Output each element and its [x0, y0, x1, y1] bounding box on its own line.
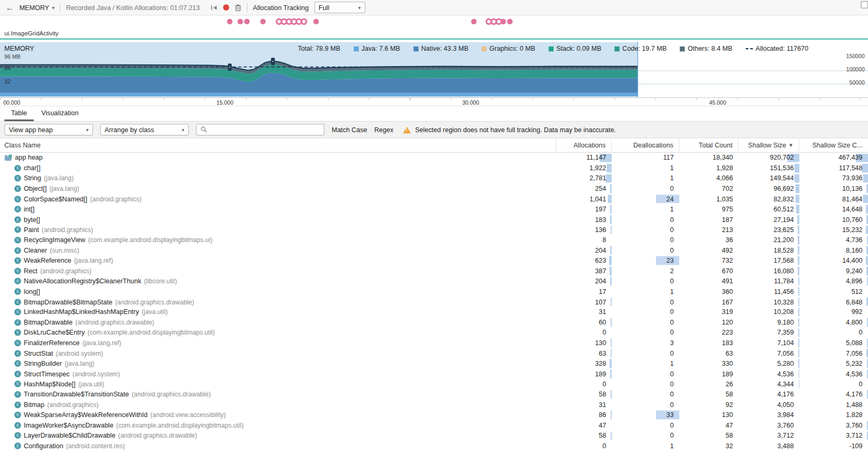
- tab-visualization[interactable]: Visualization: [35, 106, 85, 121]
- class-name: RecyclingImageView: [24, 236, 85, 244]
- warning-text: Selected region does not have full track…: [415, 126, 616, 134]
- class-icon: c: [14, 319, 21, 326]
- legend-item: Graphics: 0 MB: [482, 45, 535, 53]
- column-shallow-size-current[interactable]: Shallow Size C...: [799, 138, 868, 152]
- table-header: Class Name Allocations Deallocations Tot…: [0, 138, 868, 153]
- class-icon: c: [14, 350, 21, 357]
- cell-deallocations: 0: [611, 328, 679, 338]
- table-row[interactable]: c ImageWorker$AsyncDrawable (com.example…: [0, 420, 868, 430]
- table-row[interactable]: c Object[] (java.lang) 254 0 702 96,692 …: [0, 183, 868, 193]
- table-row[interactable]: c StructTimespec (android.system) 189 0 …: [0, 369, 868, 379]
- table-row[interactable]: c ColorSpace$Named[] (android.graphics) …: [0, 194, 868, 204]
- time-axis-ticks: [0, 98, 868, 100]
- search-icon: [200, 125, 207, 135]
- cell-shallow-size-current: 0: [799, 328, 868, 338]
- class-name: DiskLruCache$Entry: [24, 329, 85, 337]
- table-row[interactable]: c LinkedHashMap$LinkedHashMapEntry (java…: [0, 307, 868, 317]
- column-shallow-size[interactable]: Shallow Size▼: [738, 138, 799, 152]
- y-axis-max-label: 96 MB: [4, 54, 20, 60]
- tracking-warning: ! Selected region does not have full tra…: [403, 126, 616, 134]
- trash-icon[interactable]: [235, 4, 242, 11]
- table-row[interactable]: c FinalizerReference (java.lang.ref) 130…: [0, 338, 868, 348]
- cell-allocations: 11,147: [556, 153, 612, 163]
- event-marker: [260, 19, 266, 24]
- table-row[interactable]: c WeakSparseArray$WeakReferenceWithId (a…: [0, 410, 868, 420]
- cell-total-count: 187: [679, 215, 738, 225]
- table-row[interactable]: c long[] 17 1 360 11,456 512: [0, 286, 868, 297]
- stop-recording-button[interactable]: [223, 4, 230, 11]
- memory-chart[interactable]: MEMORY 96 MB 64 32 Total: 78.9 MBJava: 7…: [0, 42, 868, 98]
- chevron-down-icon: ▾: [86, 127, 89, 132]
- back-button[interactable]: ←: [5, 3, 14, 12]
- package-name: (android.graphics.drawable): [132, 391, 211, 398]
- cell-total-count: 223: [679, 328, 738, 338]
- table-row[interactable]: c HashMap$Node[] (java.util) 0 0 26 4,34…: [0, 379, 868, 389]
- class-name: Cleaner: [24, 246, 47, 254]
- column-total-count[interactable]: Total Count: [679, 138, 738, 152]
- table-row[interactable]: c BitmapDrawable (android.graphics.drawa…: [0, 317, 868, 327]
- cell-allocations: 623: [556, 255, 612, 265]
- table-row[interactable]: c Paint (android.graphics) 136 0 213 23,…: [0, 225, 868, 235]
- cell-shallow-size-current: 0: [799, 379, 868, 389]
- search-field[interactable]: [196, 124, 324, 135]
- event-marker: [471, 19, 477, 24]
- package-name: (java.lang.ref): [74, 257, 113, 264]
- warning-icon: !: [403, 126, 411, 133]
- arrange-select[interactable]: Arrange by class ▾: [100, 124, 188, 135]
- table-row[interactable]: c NativeAllocationRegistry$CleanerThunk …: [0, 276, 868, 286]
- allocation-tracking-select[interactable]: Full ▾: [314, 2, 365, 13]
- table-row[interactable]: c String (java.lang) 2,781 1 4,066 149,5…: [0, 173, 868, 183]
- class-name: Rect: [24, 267, 38, 275]
- event-marker: [237, 19, 243, 24]
- table-row[interactable]: c BitmapDrawable$BitmapState (android.gr…: [0, 297, 868, 307]
- class-icon: c: [14, 237, 21, 244]
- cell-allocations: 17: [556, 286, 612, 297]
- table-row[interactable]: c RecyclingImageView (com.example.androi…: [0, 235, 868, 245]
- table-row[interactable]: c LayerDrawable$ChildDrawable (android.g…: [0, 430, 868, 440]
- legend-item: Others: 8.4 MB: [680, 45, 732, 53]
- sort-desc-icon: ▼: [788, 142, 793, 147]
- class-name: TransitionDrawable$TransitionState: [24, 391, 129, 399]
- class-icon: c: [14, 381, 21, 387]
- table-row[interactable]: c char[] 1,922 1 1,928 151,536 117,548: [0, 163, 868, 173]
- table-row[interactable]: c StringBuilder (java.lang) 328 1 330 5,…: [0, 358, 868, 368]
- table-row[interactable]: c Rect (android.graphics) 387 2 670 16,0…: [0, 266, 868, 276]
- table-row[interactable]: c byte[] 183 0 187 27,194 10,760: [0, 215, 868, 225]
- table-row[interactable]: app heap 11,147 117 18,340 920,702 467,4…: [0, 153, 868, 163]
- class-name: NativeAllocationRegistry$CleanerThunk: [24, 277, 141, 285]
- cell-total-count: 319: [679, 307, 738, 317]
- cell-deallocations: 0: [611, 307, 679, 317]
- table-row[interactable]: c Cleaner (sun.misc) 204 0 492 18,528 8,…: [0, 245, 868, 255]
- cell-shallow-size: 10,328: [738, 297, 799, 307]
- tab-table[interactable]: Table: [4, 106, 33, 121]
- event-marker: [300, 18, 307, 25]
- match-case-checkbox[interactable]: Match Case: [332, 126, 367, 134]
- table-row[interactable]: c WeakReference (java.lang.ref) 623 23 7…: [0, 255, 868, 265]
- heap-select[interactable]: View app heap ▾: [4, 124, 93, 135]
- column-allocations[interactable]: Allocations: [556, 138, 612, 152]
- regex-checkbox[interactable]: Regex: [374, 126, 394, 134]
- cell-shallow-size-current: 7,056: [799, 348, 868, 358]
- table-row[interactable]: c DiskLruCache$Entry (com.example.androi…: [0, 328, 868, 338]
- time-axis-label: 30.000: [462, 99, 479, 106]
- jump-to-live-icon[interactable]: [211, 5, 218, 10]
- search-input[interactable]: [211, 125, 320, 134]
- column-deallocations[interactable]: Deallocations: [611, 138, 679, 152]
- table-row[interactable]: c TransitionDrawable$TransitionState (an…: [0, 389, 868, 399]
- cell-shallow-size: 920,702: [738, 153, 799, 163]
- session-selector[interactable]: MEMORY ▾: [20, 4, 54, 12]
- column-class-name[interactable]: Class Name: [0, 138, 556, 152]
- right-axis-label: 150000: [846, 53, 865, 59]
- cell-allocations: 58: [556, 430, 612, 440]
- cell-allocations: 254: [556, 183, 612, 193]
- cell-deallocations: 1: [611, 286, 679, 297]
- cell-allocations: 204: [556, 245, 612, 255]
- table-row[interactable]: c Bitmap (android.graphics) 31 0 92 4,05…: [0, 400, 868, 410]
- cell-total-count: 670: [679, 266, 738, 276]
- table-row[interactable]: c Configuration (android.content.res) 0 …: [0, 441, 868, 451]
- profiler-window: ← MEMORY ▾ Recorded Java / Kotlin Alloca…: [0, 0, 868, 451]
- package-name: (libcore.util): [144, 278, 177, 285]
- table-row[interactable]: c int[] 197 1 975 60,512 14,648: [0, 204, 868, 214]
- table-row[interactable]: c StructStat (android.system) 63 0 63 7,…: [0, 348, 868, 358]
- cell-allocations: 31: [556, 400, 612, 410]
